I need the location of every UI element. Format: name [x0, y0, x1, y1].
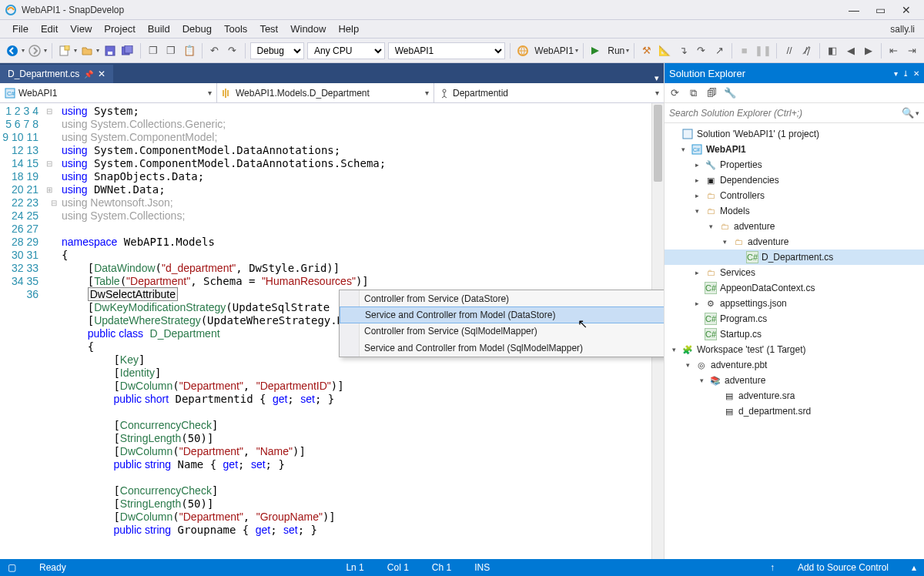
indent-icon[interactable]: ⇥: [904, 42, 919, 59]
nav-back-button[interactable]: [5, 42, 20, 59]
bookmark-icon[interactable]: ◧: [825, 42, 840, 59]
solution-search-input[interactable]: [669, 108, 902, 119]
tree-appeon-ctx[interactable]: C#AppeonDataContext.cs: [665, 280, 924, 296]
expand-icon[interactable]: ▾: [720, 238, 729, 246]
close-icon[interactable]: ✕: [913, 69, 919, 78]
tree-startup[interactable]: C#Startup.cs: [665, 327, 924, 342]
open-button[interactable]: [80, 42, 95, 59]
expand-icon[interactable]: ▾: [692, 207, 701, 215]
pin-icon[interactable]: ⤓: [902, 69, 909, 78]
step-out-icon[interactable]: ↗: [711, 42, 727, 59]
expand-icon[interactable]: ▾: [706, 223, 715, 230]
tree-workspace[interactable]: ▾🧩Workspace 'test' (1 Target): [665, 342, 924, 357]
up-icon[interactable]: ↑: [770, 562, 775, 573]
copy2-button[interactable]: ❐: [164, 42, 179, 59]
menu-window[interactable]: Window: [284, 22, 332, 36]
startup-select[interactable]: WebAPI1: [388, 42, 505, 59]
new-button[interactable]: [57, 42, 72, 59]
menu-service-controller-from-model-sql[interactable]: Service and Controller from Model (SqlMo…: [340, 340, 664, 357]
expand-icon[interactable]: ▸: [692, 300, 701, 307]
uncomment-icon[interactable]: //̸: [800, 42, 815, 59]
tree-d-dept-srd[interactable]: ▤d_department.srd: [665, 404, 924, 419]
stop-icon[interactable]: ■: [737, 42, 752, 59]
menu-test[interactable]: Test: [253, 22, 284, 36]
config-select[interactable]: Debug: [250, 42, 304, 59]
menu-debug[interactable]: Debug: [176, 22, 218, 36]
status-source-control[interactable]: Add to Source Control: [798, 562, 889, 573]
pin-icon[interactable]: 📌: [84, 70, 93, 79]
outdent-icon[interactable]: ⇤: [886, 42, 902, 59]
tree-program[interactable]: C#Program.cs: [665, 311, 924, 327]
home-icon[interactable]: ⟳: [668, 86, 681, 100]
code-editor[interactable]: 1 2 3 4 5 6 7 8 9 10 11 12 13 14 15 18 1…: [0, 103, 664, 559]
chevron-down-icon[interactable]: ▾: [626, 47, 629, 54]
undo-button[interactable]: ↶: [207, 42, 223, 59]
menu-build[interactable]: Build: [142, 22, 176, 36]
chevron-down-icon[interactable]: ▾: [44, 47, 47, 54]
menu-project[interactable]: Project: [98, 22, 141, 36]
redo-button[interactable]: ↷: [225, 42, 240, 59]
tree-adv-sra[interactable]: ▤adventure.sra: [665, 388, 924, 404]
copy-button[interactable]: ❐: [146, 42, 161, 59]
solution-search-box[interactable]: 🔍▾: [665, 103, 924, 123]
tree-models[interactable]: ▾🗀Models: [665, 203, 924, 219]
tool-hammer-icon[interactable]: ⚒: [639, 42, 654, 59]
menu-edit[interactable]: Edit: [35, 22, 64, 36]
tree-controllers[interactable]: ▸🗀Controllers: [665, 188, 924, 203]
platform-select[interactable]: Any CPU: [307, 42, 385, 59]
fold-column[interactable]: ⊟ ⊟ ⊞ ⊟: [46, 103, 59, 559]
collapse-icon[interactable]: ⧉: [686, 86, 700, 100]
tree-appsettings[interactable]: ▸⚙appsettings.json: [665, 296, 924, 311]
tree-properties[interactable]: ▸🔧Properties: [665, 157, 924, 172]
chevron-up-icon[interactable]: ▴: [912, 562, 916, 573]
pause-icon[interactable]: ❚❚: [755, 42, 772, 59]
paste-button[interactable]: 📋: [182, 42, 197, 59]
run-button[interactable]: [588, 42, 604, 59]
save-all-button[interactable]: [121, 42, 136, 59]
maximize-button[interactable]: ▭: [867, 4, 893, 16]
menu-controller-from-service-sql[interactable]: Controller from Service (SqlModelMapper): [340, 323, 664, 340]
tree-project[interactable]: ▾C#WebAPI1: [665, 142, 924, 157]
show-all-icon[interactable]: 🗐: [705, 86, 718, 100]
search-icon[interactable]: 🔍: [902, 107, 914, 119]
bookmark-next-icon[interactable]: ▶: [861, 42, 876, 59]
solution-tree[interactable]: Solution 'WebAPI1' (1 project) ▾C#WebAPI…: [665, 123, 924, 559]
menu-help[interactable]: Help: [332, 22, 365, 36]
minimize-button[interactable]: ―: [841, 4, 867, 16]
expand-icon[interactable]: ▾: [683, 361, 692, 369]
chevron-down-icon[interactable]: ▾: [74, 47, 77, 54]
chevron-down-icon[interactable]: ▾: [916, 109, 919, 117]
expand-icon[interactable]: ▸: [692, 176, 701, 184]
expand-icon[interactable]: ▾: [669, 346, 678, 353]
nav-class-dd[interactable]: WebAPI1.Models.D_Department ▾: [217, 83, 434, 102]
menu-tools[interactable]: Tools: [218, 22, 253, 36]
menu-controller-from-service-ds[interactable]: Controller from Service (DataStore): [340, 290, 664, 307]
expand-icon[interactable]: ▾: [697, 377, 706, 384]
menu-view[interactable]: View: [64, 22, 98, 36]
save-button[interactable]: [102, 42, 118, 59]
tree-dependencies[interactable]: ▸▣Dependencies: [665, 172, 924, 188]
menu-service-controller-from-model-ds[interactable]: Service and Controller from Model (DataS…: [340, 306, 664, 323]
tab-overflow-icon[interactable]: ▾: [650, 73, 664, 83]
close-button[interactable]: ✕: [893, 4, 919, 16]
scrollbar-thumb[interactable]: [654, 105, 662, 182]
expand-icon[interactable]: ▸: [692, 269, 701, 276]
expand-icon[interactable]: ▾: [678, 146, 688, 153]
tree-adventure[interactable]: ▾🗀adventure: [665, 219, 924, 234]
expand-icon[interactable]: ▸: [692, 192, 701, 199]
tree-adventure-pbt[interactable]: ▾◎adventure.pbt: [665, 357, 924, 373]
nav-fwd-button[interactable]: [28, 42, 43, 59]
user-label[interactable]: sally.li: [890, 24, 918, 35]
expand-icon[interactable]: ▸: [692, 161, 701, 169]
menu-file[interactable]: File: [6, 22, 35, 36]
dropdown-icon[interactable]: ▾: [894, 69, 898, 78]
run-label[interactable]: Run: [608, 45, 624, 56]
chevron-down-icon[interactable]: ▾: [575, 47, 578, 54]
comment-icon[interactable]: //: [782, 42, 797, 59]
tree-adventure2[interactable]: ▾🗀adventure: [665, 234, 924, 249]
properties-icon[interactable]: 🔧: [723, 86, 737, 100]
tree-adventure3[interactable]: ▾📚adventure: [665, 373, 924, 388]
tree-solution[interactable]: Solution 'WebAPI1' (1 project): [665, 126, 924, 142]
nav-member-dd[interactable]: Departmentid ▾: [434, 83, 664, 102]
bookmark-prev-icon[interactable]: ◀: [843, 42, 859, 59]
